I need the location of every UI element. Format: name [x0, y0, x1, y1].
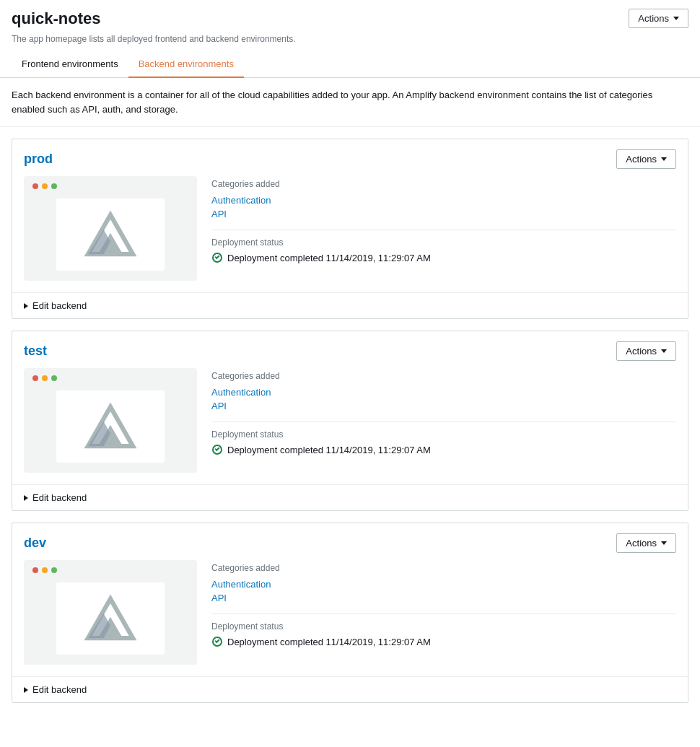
- deployment-status-prod: Deployment completed 11/14/2019, 11:29:0…: [211, 252, 676, 263]
- env-section-test: test Actions Categories added: [12, 331, 688, 511]
- categories-list: Authentication API: [211, 387, 676, 411]
- edit-backend-prod[interactable]: Edit backend: [12, 292, 688, 318]
- app-subtitle: The app homepage lists all deployed fron…: [0, 32, 700, 51]
- browser-dots: [32, 183, 57, 189]
- cat-link-api-prod[interactable]: API: [211, 209, 271, 219]
- tab-backend[interactable]: Backend environments: [128, 51, 244, 78]
- check-circle-icon: [212, 637, 222, 647]
- chevron-down-icon: [661, 157, 667, 161]
- env-details-dev: Categories added Authentication API Depl…: [211, 560, 676, 665]
- cat-link-authentication-prod[interactable]: Authentication: [211, 195, 271, 206]
- categories-list: Authentication API: [211, 579, 676, 603]
- dot-yellow: [42, 375, 48, 381]
- deployment-label: Deployment status: [211, 421, 676, 440]
- browser-dots: [32, 375, 57, 381]
- check-mark-icon: [214, 446, 219, 451]
- env-section-dev: dev Actions Categories added: [12, 523, 688, 703]
- triangle-right-icon: [24, 687, 28, 693]
- edit-backend-dev[interactable]: Edit backend: [12, 676, 688, 702]
- env-name-prod: prod: [24, 152, 53, 167]
- dot-green: [51, 183, 57, 189]
- cat-link-api-test[interactable]: API: [211, 401, 271, 411]
- env-actions-button-prod[interactable]: Actions: [616, 149, 676, 169]
- dot-green: [51, 375, 57, 381]
- check-mark-icon: [214, 638, 219, 643]
- dot-yellow: [42, 183, 48, 189]
- dot-red: [32, 567, 38, 573]
- deployment-status-test: Deployment completed 11/14/2019, 11:29:0…: [211, 444, 676, 455]
- backend-description: Each backend environment is a container …: [0, 78, 700, 127]
- deployment-label: Deployment status: [211, 230, 676, 248]
- dot-green: [51, 567, 57, 573]
- triangle-right-icon: [24, 303, 28, 309]
- env-preview-prod: [24, 176, 197, 281]
- cat-link-authentication-test[interactable]: Authentication: [211, 387, 271, 398]
- categories-label: Categories added: [211, 179, 676, 189]
- env-actions-label-test: Actions: [626, 346, 657, 357]
- status-icon: [211, 636, 223, 647]
- browser-inner: [56, 582, 165, 655]
- deployment-label: Deployment status: [211, 613, 676, 632]
- triangle-right-icon: [24, 495, 28, 501]
- edit-backend-label: Edit backend: [32, 684, 87, 695]
- env-actions-button-dev[interactable]: Actions: [616, 533, 676, 553]
- env-actions-button-test[interactable]: Actions: [616, 341, 676, 361]
- env-name-test: test: [24, 344, 47, 359]
- check-mark-icon: [214, 254, 219, 259]
- deployment-status-dev: Deployment completed 11/14/2019, 11:29:0…: [211, 636, 676, 647]
- status-icon: [211, 252, 223, 263]
- cat-col-left: Authentication API: [211, 195, 288, 219]
- chevron-down-icon: [673, 17, 679, 20]
- deployment-text-test: Deployment completed 11/14/2019, 11:29:0…: [227, 445, 431, 455]
- browser-inner: [56, 198, 165, 271]
- deployment-text-prod: Deployment completed 11/14/2019, 11:29:0…: [227, 253, 431, 263]
- browser-dots: [32, 567, 57, 573]
- categories-label: Categories added: [211, 371, 676, 381]
- categories-label: Categories added: [211, 563, 676, 573]
- categories-list: Authentication API: [211, 195, 676, 219]
- env-section-prod: prod Actions Categories added: [12, 139, 688, 319]
- top-actions-button[interactable]: Actions: [629, 9, 688, 28]
- env-name-dev: dev: [24, 536, 46, 551]
- edit-backend-label: Edit backend: [32, 300, 87, 311]
- cat-col-left: Authentication API: [211, 387, 288, 411]
- edit-backend-test[interactable]: Edit backend: [12, 484, 688, 510]
- top-actions-label: Actions: [638, 13, 669, 24]
- browser-inner: [56, 390, 165, 463]
- cat-link-api-dev[interactable]: API: [211, 593, 271, 603]
- check-circle-icon: [212, 253, 222, 263]
- page-title: quick-notes: [12, 9, 100, 28]
- env-details-prod: Categories added Authentication API Depl…: [211, 176, 676, 281]
- status-icon: [211, 444, 223, 455]
- env-preview-test: [24, 368, 197, 473]
- env-actions-label-prod: Actions: [626, 154, 657, 165]
- dot-yellow: [42, 567, 48, 573]
- env-actions-label-dev: Actions: [626, 538, 657, 549]
- deployment-text-dev: Deployment completed 11/14/2019, 11:29:0…: [227, 637, 431, 647]
- tab-frontend[interactable]: Frontend environments: [12, 51, 128, 78]
- edit-backend-label: Edit backend: [32, 492, 87, 503]
- chevron-down-icon: [661, 349, 667, 353]
- dot-red: [32, 375, 38, 381]
- check-circle-icon: [212, 445, 222, 455]
- tabs-bar: Frontend environments Backend environmen…: [0, 51, 700, 78]
- cat-link-authentication-dev[interactable]: Authentication: [211, 579, 271, 590]
- cat-col-left: Authentication API: [211, 579, 288, 603]
- env-details-test: Categories added Authentication API Depl…: [211, 368, 676, 473]
- dot-red: [32, 183, 38, 189]
- chevron-down-icon: [661, 541, 667, 545]
- env-preview-dev: [24, 560, 197, 665]
